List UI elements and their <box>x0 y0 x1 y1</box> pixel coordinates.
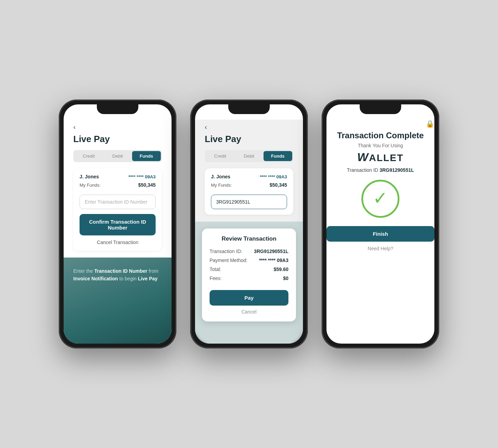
phone-2-notch <box>228 104 270 114</box>
wallet-logo-text: WALLET <box>357 152 404 163</box>
tab-debit-2[interactable]: Debit <box>234 151 263 161</box>
account-card-2: J. Jones **** **** 09A3 My Funds: $50,34… <box>205 168 293 215</box>
card-number: **** **** 09A3 <box>128 174 156 179</box>
review-total-label: Total: <box>210 267 221 272</box>
phone-1-content: ‹ Live Pay Credit Debit Funds J. Jones *… <box>64 120 172 344</box>
funds-label: My Funds: <box>80 183 101 188</box>
cancel-transaction-text[interactable]: Cancel Transaction <box>80 240 156 245</box>
card-row-funds-2: My Funds: $50,345 <box>211 182 287 188</box>
phone-3-content: 🔒 Transaction Complete Thank You For Usi… <box>326 120 434 344</box>
phone-2: ‹ Live Pay Credit Debit Funds J. Jones *… <box>190 100 308 348</box>
wallet-w: W <box>357 150 369 164</box>
tab-credit[interactable]: Credit <box>74 151 103 161</box>
back-button-2[interactable]: ‹ <box>205 123 207 131</box>
funds-label-2: My Funds: <box>211 183 232 188</box>
tab-credit-2[interactable]: Credit <box>206 151 234 161</box>
review-total-value: $59.60 <box>274 267 288 272</box>
review-payment-value: **** **** 09A3 <box>259 258 288 263</box>
funds-value: $50,345 <box>138 182 156 188</box>
bottom-text-bold-2: Invoice Notification <box>73 276 118 281</box>
wallet-logo: WALLET <box>326 150 434 164</box>
phone-1-notch <box>97 104 138 114</box>
card-row-user-2: J. Jones **** **** 09A3 <box>211 174 287 179</box>
phone-1-bottom: Enter the Transaction ID Number from Inv… <box>64 258 172 344</box>
bottom-text-bold-3: Live Pay <box>138 276 158 281</box>
phone-2-top: ‹ Live Pay Credit Debit Funds J. Jones *… <box>195 120 303 222</box>
review-row-fees: Fees: $0 <box>210 276 288 281</box>
back-button[interactable]: ‹ <box>73 123 76 131</box>
bottom-text-2: from <box>147 268 158 274</box>
phone-3: 🔒 Transaction Complete Thank You For Usi… <box>322 100 439 348</box>
success-check-container: ✓ <box>326 180 434 218</box>
finish-button[interactable]: Finish <box>326 226 434 242</box>
review-row-payment: Payment Method: **** **** 09A3 <box>210 258 288 263</box>
tab-group-2: Credit Debit Funds <box>205 150 293 162</box>
bottom-info-text: Enter the Transaction ID Number from Inv… <box>73 267 162 283</box>
confirm-transaction-btn[interactable]: Confirm Transaction ID Number <box>80 214 156 235</box>
phone-3-notch <box>360 104 401 114</box>
transaction-id-input[interactable] <box>80 195 156 209</box>
phone-2-screen: ‹ Live Pay Credit Debit Funds J. Jones *… <box>195 104 303 344</box>
review-row-tid: Transaction ID: 3RG91290551L <box>210 249 288 254</box>
review-fees-label: Fees: <box>210 276 222 281</box>
tab-group: Credit Debit Funds <box>73 150 162 162</box>
need-help-link[interactable]: Need Help? <box>326 246 434 251</box>
transaction-id-input-2[interactable] <box>211 195 287 209</box>
user-name-2: J. Jones <box>211 174 230 179</box>
review-row-total: Total: $59.60 <box>210 267 288 272</box>
user-name: J. Jones <box>80 174 99 179</box>
review-tid-value: 3RG91290551L <box>254 249 288 254</box>
review-tid-label: Transaction ID: <box>210 249 242 254</box>
bottom-text-3: to begin <box>118 276 138 281</box>
lock-icon: 🔒 <box>326 120 434 128</box>
pay-button[interactable]: Pay <box>210 290 288 306</box>
review-payment-label: Payment Method: <box>210 258 248 263</box>
review-modal: Review Transaction Transaction ID: 3RG91… <box>202 228 296 321</box>
cancel-button[interactable]: Cancel <box>210 309 288 315</box>
transaction-id-prefix: Transaction ID <box>347 167 379 173</box>
tab-funds[interactable]: Funds <box>132 151 161 161</box>
check-circle: ✓ <box>361 180 399 218</box>
phone-3-screen: 🔒 Transaction Complete Thank You For Usi… <box>326 104 434 344</box>
card-row-user: J. Jones **** **** 09A3 <box>80 174 156 179</box>
transaction-id-complete-value: 3RG91290551L <box>379 167 414 173</box>
funds-value-2: $50,345 <box>269 182 287 188</box>
bottom-text-1: Enter the <box>73 268 94 274</box>
card-number-2: **** **** 09A3 <box>260 174 287 179</box>
transaction-id-complete: Transaction ID 3RG91290551L <box>326 167 434 173</box>
phone-1-top: ‹ Live Pay Credit Debit Funds J. Jones *… <box>64 120 172 258</box>
phone-1: ‹ Live Pay Credit Debit Funds J. Jones *… <box>59 100 176 348</box>
check-mark-icon: ✓ <box>373 189 388 207</box>
tab-debit[interactable]: Debit <box>103 151 132 161</box>
bottom-text-bold-1: Transaction ID Number <box>94 268 147 274</box>
account-card: J. Jones **** **** 09A3 My Funds: $50,34… <box>73 168 162 251</box>
phone-2-content: ‹ Live Pay Credit Debit Funds J. Jones *… <box>195 120 303 344</box>
page-title: Live Pay <box>73 134 162 144</box>
phone-1-screen: ‹ Live Pay Credit Debit Funds J. Jones *… <box>64 104 172 344</box>
tab-funds-2[interactable]: Funds <box>264 151 292 161</box>
transaction-complete-title: Transaction Complete <box>326 131 434 141</box>
phones-container: ‹ Live Pay Credit Debit Funds J. Jones *… <box>59 79 439 369</box>
review-title: Review Transaction <box>210 235 288 242</box>
thank-you-text: Thank You For Using <box>326 143 434 148</box>
review-fees-value: $0 <box>283 276 288 281</box>
card-row-funds: My Funds: $50,345 <box>80 182 156 188</box>
review-modal-overlay: Review Transaction Transaction ID: 3RG91… <box>195 222 303 344</box>
page-title-2: Live Pay <box>205 134 293 144</box>
